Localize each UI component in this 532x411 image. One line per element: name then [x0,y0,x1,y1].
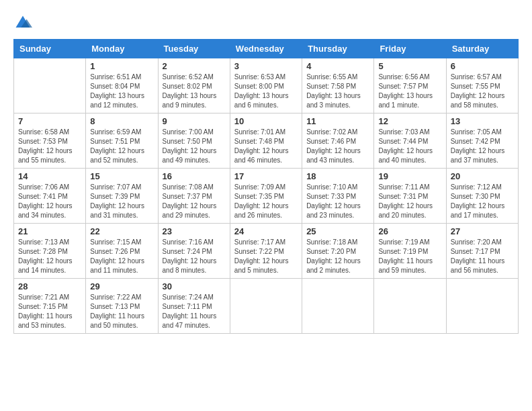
calendar-cell [374,279,446,334]
day-number: 21 [18,226,81,236]
page-header [13,13,519,32]
calendar-cell: 12Sunrise: 7:03 AMSunset: 7:44 PMDayligh… [374,113,446,169]
calendar-cell: 22Sunrise: 7:15 AMSunset: 7:26 PMDayligh… [86,224,158,279]
calendar-cell: 13Sunrise: 7:05 AMSunset: 7:42 PMDayligh… [446,113,518,169]
calendar-cell [446,279,518,334]
calendar-cell: 9Sunrise: 7:00 AMSunset: 7:50 PMDaylight… [158,113,230,169]
day-number: 18 [306,171,369,181]
calendar-cell: 28Sunrise: 7:21 AMSunset: 7:15 PMDayligh… [14,279,86,334]
calendar-cell: 8Sunrise: 6:59 AMSunset: 7:51 PMDaylight… [86,113,158,169]
day-header-sunday: Sunday [14,40,86,58]
day-header-monday: Monday [86,40,158,58]
day-number: 7 [18,116,81,126]
day-info: Sunrise: 6:52 AMSunset: 8:02 PMDaylight:… [163,73,226,110]
day-number: 23 [163,226,226,236]
calendar-cell [230,279,302,334]
day-number: 16 [163,171,226,181]
calendar-cell: 27Sunrise: 7:20 AMSunset: 7:17 PMDayligh… [446,224,518,279]
calendar-cell: 25Sunrise: 7:18 AMSunset: 7:20 PMDayligh… [302,224,374,279]
day-number: 1 [90,61,153,71]
calendar-cell: 4Sunrise: 6:55 AMSunset: 7:58 PMDaylight… [302,58,374,113]
day-number: 15 [90,171,153,181]
day-number: 27 [451,226,514,236]
day-number: 30 [163,281,226,291]
day-number: 22 [90,226,153,236]
day-info: Sunrise: 7:10 AMSunset: 7:33 PMDaylight:… [306,183,369,220]
day-info: Sunrise: 7:20 AMSunset: 7:17 PMDaylight:… [451,238,514,275]
day-info: Sunrise: 7:16 AMSunset: 7:24 PMDaylight:… [163,238,226,275]
day-info: Sunrise: 7:18 AMSunset: 7:20 PMDaylight:… [306,238,369,275]
day-header-wednesday: Wednesday [230,40,302,58]
calendar-cell: 24Sunrise: 7:17 AMSunset: 7:22 PMDayligh… [230,224,302,279]
calendar-cell: 17Sunrise: 7:09 AMSunset: 7:35 PMDayligh… [230,169,302,224]
day-info: Sunrise: 7:21 AMSunset: 7:15 PMDaylight:… [18,293,81,330]
calendar-cell: 16Sunrise: 7:08 AMSunset: 7:37 PMDayligh… [158,169,230,224]
day-number: 29 [90,281,153,291]
day-number: 8 [90,116,153,126]
calendar-week-2: 14Sunrise: 7:06 AMSunset: 7:41 PMDayligh… [14,169,519,224]
day-info: Sunrise: 7:05 AMSunset: 7:42 PMDaylight:… [451,128,514,165]
calendar-cell: 14Sunrise: 7:06 AMSunset: 7:41 PMDayligh… [14,169,86,224]
calendar-cell: 29Sunrise: 7:22 AMSunset: 7:13 PMDayligh… [86,279,158,334]
day-header-friday: Friday [374,40,446,58]
day-header-saturday: Saturday [446,40,518,58]
day-header-tuesday: Tuesday [158,40,230,58]
calendar-week-3: 21Sunrise: 7:13 AMSunset: 7:28 PMDayligh… [14,224,519,279]
calendar-cell: 23Sunrise: 7:16 AMSunset: 7:24 PMDayligh… [158,224,230,279]
calendar-week-0: 1Sunrise: 6:51 AMSunset: 8:04 PMDaylight… [14,58,519,113]
calendar-cell: 30Sunrise: 7:24 AMSunset: 7:11 PMDayligh… [158,279,230,334]
day-number: 25 [306,226,369,236]
day-number: 26 [378,226,441,236]
calendar-cell: 15Sunrise: 7:07 AMSunset: 7:39 PMDayligh… [86,169,158,224]
day-number: 20 [451,171,514,181]
day-number: 12 [378,116,441,126]
day-number: 14 [18,171,81,181]
day-info: Sunrise: 6:51 AMSunset: 8:04 PMDaylight:… [90,73,153,110]
day-number: 3 [234,61,298,71]
day-number: 4 [306,61,369,71]
calendar-cell: 10Sunrise: 7:01 AMSunset: 7:48 PMDayligh… [230,113,302,169]
day-info: Sunrise: 6:56 AMSunset: 7:57 PMDaylight:… [378,73,441,110]
day-number: 28 [18,281,81,291]
day-number: 10 [234,116,298,126]
calendar-cell [14,58,86,113]
day-info: Sunrise: 7:08 AMSunset: 7:37 PMDaylight:… [163,183,226,220]
day-info: Sunrise: 6:57 AMSunset: 7:55 PMDaylight:… [451,73,514,110]
logo [13,13,35,32]
logo-icon [13,13,32,32]
calendar-cell [302,279,374,334]
day-number: 19 [378,171,441,181]
day-number: 5 [378,61,441,71]
day-info: Sunrise: 7:13 AMSunset: 7:28 PMDaylight:… [18,238,81,275]
calendar-cell: 1Sunrise: 6:51 AMSunset: 8:04 PMDaylight… [86,58,158,113]
calendar-header-row: SundayMondayTuesdayWednesdayThursdayFrid… [14,40,519,58]
day-info: Sunrise: 7:03 AMSunset: 7:44 PMDaylight:… [378,128,441,165]
calendar-cell: 11Sunrise: 7:02 AMSunset: 7:46 PMDayligh… [302,113,374,169]
day-number: 13 [451,116,514,126]
calendar-cell: 21Sunrise: 7:13 AMSunset: 7:28 PMDayligh… [14,224,86,279]
day-info: Sunrise: 6:59 AMSunset: 7:51 PMDaylight:… [90,128,153,165]
day-info: Sunrise: 7:06 AMSunset: 7:41 PMDaylight:… [18,183,81,220]
day-info: Sunrise: 7:07 AMSunset: 7:39 PMDaylight:… [90,183,153,220]
calendar-cell: 3Sunrise: 6:53 AMSunset: 8:00 PMDaylight… [230,58,302,113]
calendar-cell: 26Sunrise: 7:19 AMSunset: 7:19 PMDayligh… [374,224,446,279]
calendar-cell: 5Sunrise: 6:56 AMSunset: 7:57 PMDaylight… [374,58,446,113]
day-info: Sunrise: 7:12 AMSunset: 7:30 PMDaylight:… [451,183,514,220]
day-number: 24 [234,226,298,236]
calendar-table: SundayMondayTuesdayWednesdayThursdayFrid… [13,39,519,334]
calendar-cell: 18Sunrise: 7:10 AMSunset: 7:33 PMDayligh… [302,169,374,224]
calendar-cell: 19Sunrise: 7:11 AMSunset: 7:31 PMDayligh… [374,169,446,224]
day-info: Sunrise: 7:22 AMSunset: 7:13 PMDaylight:… [90,293,153,330]
day-number: 2 [163,61,226,71]
day-number: 11 [306,116,369,126]
day-info: Sunrise: 7:17 AMSunset: 7:22 PMDaylight:… [234,238,298,275]
day-header-thursday: Thursday [302,40,374,58]
day-number: 17 [234,171,298,181]
day-number: 6 [451,61,514,71]
calendar-cell: 7Sunrise: 6:58 AMSunset: 7:53 PMDaylight… [14,113,86,169]
day-info: Sunrise: 7:24 AMSunset: 7:11 PMDaylight:… [163,293,226,330]
day-info: Sunrise: 6:53 AMSunset: 8:00 PMDaylight:… [234,73,298,110]
day-info: Sunrise: 7:01 AMSunset: 7:48 PMDaylight:… [234,128,298,165]
day-info: Sunrise: 7:19 AMSunset: 7:19 PMDaylight:… [378,238,441,275]
day-info: Sunrise: 7:15 AMSunset: 7:26 PMDaylight:… [90,238,153,275]
